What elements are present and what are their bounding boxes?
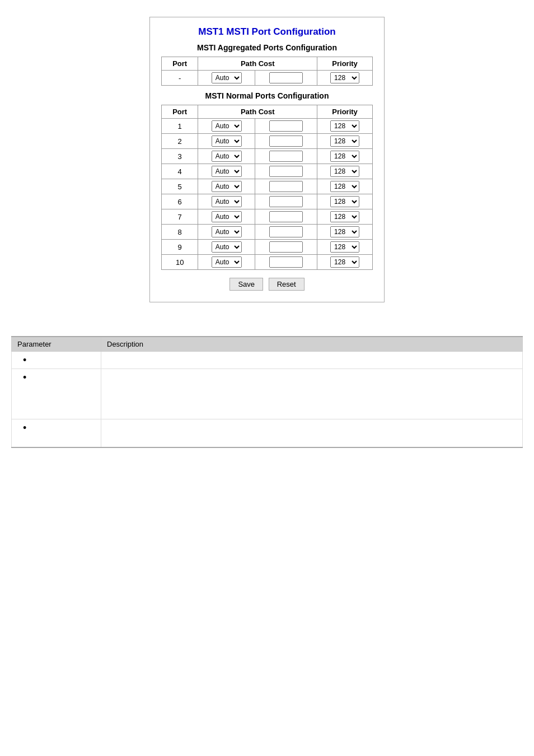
normal-pathcost-select-5[interactable]: AutoSpecific <box>212 181 242 192</box>
desc-row-2: • <box>12 369 523 419</box>
normal-priority-select-8[interactable]: 0163248648096112128144160176192208224240 <box>330 226 359 237</box>
normal-section-title: MSTI Normal Ports Configuration <box>161 91 373 100</box>
normal-priority-cell-10[interactable]: 0163248648096112128144160176192208224240 <box>317 255 373 270</box>
reset-button[interactable]: Reset <box>269 278 305 291</box>
desc-bullet-3: • <box>12 419 101 447</box>
normal-pathcost-select-10[interactable]: AutoSpecific <box>212 256 242 268</box>
aggregated-section-title: MSTI Aggregated Ports Configuration <box>161 43 373 52</box>
save-button[interactable]: Save <box>229 278 263 291</box>
normal-pathcost-input-cell-3[interactable] <box>255 149 317 164</box>
normal-pathcost-input-6[interactable] <box>269 196 303 207</box>
normal-port-9: 9 <box>162 240 198 255</box>
normal-pathcost-select-cell-10[interactable]: AutoSpecific <box>198 255 255 270</box>
normal-priority-cell-8[interactable]: 0163248648096112128144160176192208224240 <box>317 225 373 240</box>
normal-pathcost-input-1[interactable] <box>269 120 303 132</box>
normal-pathcost-input-cell-7[interactable] <box>255 209 317 225</box>
normal-pathcost-input-8[interactable] <box>269 226 303 237</box>
normal-pathcost-select-4[interactable]: AutoSpecific <box>212 166 242 177</box>
normal-port-7: 7 <box>162 209 198 225</box>
agg-pathcost-input-cell[interactable] <box>255 71 317 86</box>
agg-pathcost-select[interactable]: Auto Specific <box>212 72 242 83</box>
normal-pathcost-select-8[interactable]: AutoSpecific <box>212 226 242 237</box>
normal-port-3: 3 <box>162 149 198 164</box>
normal-row-2: 2AutoSpecific016324864809611212814416017… <box>162 134 373 149</box>
normal-pathcost-input-cell-5[interactable] <box>255 179 317 194</box>
desc-content-3 <box>101 419 523 447</box>
normal-pathcost-select-cell-9[interactable]: AutoSpecific <box>198 240 255 255</box>
normal-priority-cell-7[interactable]: 0163248648096112128144160176192208224240 <box>317 209 373 225</box>
normal-port-header: Port <box>162 105 198 119</box>
normal-pathcost-input-7[interactable] <box>269 211 303 222</box>
normal-pathcost-select-2[interactable]: AutoSpecific <box>212 136 242 147</box>
desc-param-header: Parameter <box>12 337 101 352</box>
normal-pathcost-header: Path Cost <box>198 105 317 119</box>
desc-bullet-1: • <box>12 352 101 369</box>
normal-priority-select-6[interactable]: 0163248648096112128144160176192208224240 <box>330 196 359 207</box>
agg-priority-header: Priority <box>317 57 373 71</box>
normal-row-1: 1AutoSpecific016324864809611212814416017… <box>162 119 373 134</box>
normal-priority-select-10[interactable]: 0163248648096112128144160176192208224240 <box>330 256 359 268</box>
normal-pathcost-select-cell-7[interactable]: AutoSpecific <box>198 209 255 225</box>
normal-pathcost-select-3[interactable]: AutoSpecific <box>212 151 242 162</box>
agg-pathcost-input[interactable] <box>269 72 303 83</box>
normal-pathcost-input-cell-4[interactable] <box>255 164 317 179</box>
desc-desc-header: Description <box>101 337 523 352</box>
normal-port-5: 5 <box>162 179 198 194</box>
normal-pathcost-input-cell-2[interactable] <box>255 134 317 149</box>
normal-priority-cell-6[interactable]: 0163248648096112128144160176192208224240 <box>317 194 373 209</box>
desc-bullet-2: • <box>12 369 101 419</box>
normal-pathcost-input-10[interactable] <box>269 256 303 268</box>
agg-priority-cell[interactable]: 0163248 648096112 128144160 176192208224… <box>317 71 373 86</box>
normal-pathcost-select-1[interactable]: AutoSpecific <box>212 120 242 132</box>
normal-priority-select-7[interactable]: 0163248648096112128144160176192208224240 <box>330 211 359 222</box>
agg-pathcost-header: Path Cost <box>198 57 317 71</box>
normal-priority-cell-5[interactable]: 0163248648096112128144160176192208224240 <box>317 179 373 194</box>
normal-port-8: 8 <box>162 225 198 240</box>
normal-priority-select-2[interactable]: 0163248648096112128144160176192208224240 <box>330 136 359 147</box>
normal-pathcost-input-cell-9[interactable] <box>255 240 317 255</box>
normal-priority-cell-1[interactable]: 0163248648096112128144160176192208224240 <box>317 119 373 134</box>
normal-pathcost-select-cell-3[interactable]: AutoSpecific <box>198 149 255 164</box>
normal-priority-select-5[interactable]: 0163248648096112128144160176192208224240 <box>330 181 359 192</box>
normal-pathcost-select-6[interactable]: AutoSpecific <box>212 196 242 207</box>
normal-priority-select-3[interactable]: 0163248648096112128144160176192208224240 <box>330 151 359 162</box>
normal-priority-select-1[interactable]: 0163248648096112128144160176192208224240 <box>330 120 359 132</box>
normal-pathcost-input-cell-10[interactable] <box>255 255 317 270</box>
button-row: Save Reset <box>161 278 373 291</box>
aggregated-row: - Auto Specific 0163248 648096112 <box>162 71 373 86</box>
normal-priority-cell-9[interactable]: 0163248648096112128144160176192208224240 <box>317 240 373 255</box>
normal-pathcost-select-cell-4[interactable]: AutoSpecific <box>198 164 255 179</box>
normal-pathcost-input-4[interactable] <box>269 166 303 177</box>
aggregated-ports-table: Port Path Cost Priority - Auto Specific <box>161 57 373 86</box>
normal-row-3: 3AutoSpecific016324864809611212814416017… <box>162 149 373 164</box>
normal-pathcost-select-cell-5[interactable]: AutoSpecific <box>198 179 255 194</box>
normal-pathcost-select-cell-1[interactable]: AutoSpecific <box>198 119 255 134</box>
agg-priority-select[interactable]: 0163248 648096112 128144160 176192208224… <box>330 72 359 83</box>
normal-pathcost-input-3[interactable] <box>269 151 303 162</box>
normal-priority-cell-4[interactable]: 0163248648096112128144160176192208224240 <box>317 164 373 179</box>
normal-pathcost-input-cell-6[interactable] <box>255 194 317 209</box>
normal-priority-cell-2[interactable]: 0163248648096112128144160176192208224240 <box>317 134 373 149</box>
normal-pathcost-select-7[interactable]: AutoSpecific <box>212 211 242 222</box>
normal-priority-select-4[interactable]: 0163248648096112128144160176192208224240 <box>330 166 359 177</box>
normal-pathcost-input-5[interactable] <box>269 181 303 192</box>
normal-pathcost-input-cell-1[interactable] <box>255 119 317 134</box>
normal-pathcost-input-9[interactable] <box>269 241 303 253</box>
desc-row-1: • <box>12 352 523 369</box>
desc-row-3: • <box>12 419 523 447</box>
normal-priority-select-9[interactable]: 0163248648096112128144160176192208224240 <box>330 241 359 253</box>
normal-pathcost-select-cell-2[interactable]: AutoSpecific <box>198 134 255 149</box>
normal-port-10: 10 <box>162 255 198 270</box>
normal-pathcost-input-cell-8[interactable] <box>255 225 317 240</box>
normal-row-8: 8AutoSpecific016324864809611212814416017… <box>162 225 373 240</box>
normal-pathcost-select-cell-6[interactable]: AutoSpecific <box>198 194 255 209</box>
agg-pathcost-select-cell[interactable]: Auto Specific <box>198 71 255 86</box>
normal-priority-cell-3[interactable]: 0163248648096112128144160176192208224240 <box>317 149 373 164</box>
normal-pathcost-select-cell-8[interactable]: AutoSpecific <box>198 225 255 240</box>
normal-pathcost-input-2[interactable] <box>269 136 303 147</box>
desc-table: Parameter Description • • • <box>11 336 523 448</box>
desc-section: Parameter Description • • • <box>11 336 523 448</box>
normal-pathcost-select-9[interactable]: AutoSpecific <box>212 241 242 253</box>
config-panel: MST1 MSTI Port Configuration MSTI Aggreg… <box>149 17 385 302</box>
normal-ports-table: Port Path Cost Priority 1AutoSpecific016… <box>161 105 373 270</box>
